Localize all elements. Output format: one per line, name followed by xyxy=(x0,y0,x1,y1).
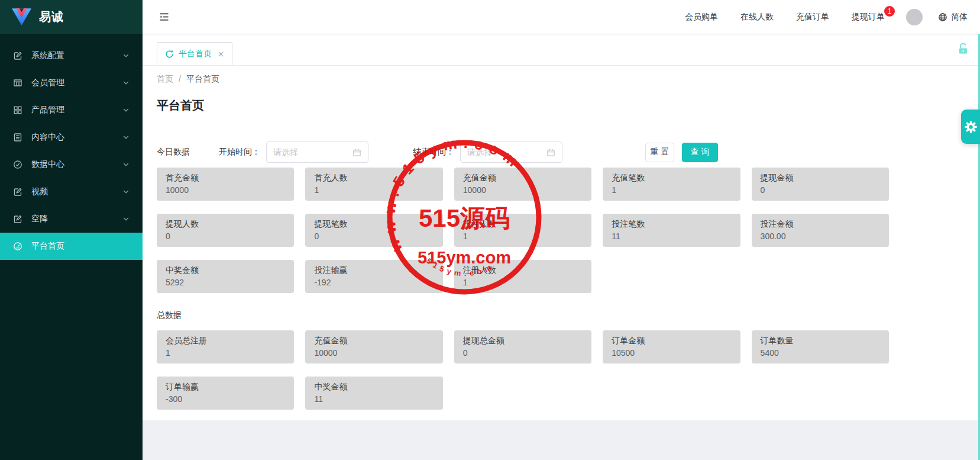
stat-value: 1 xyxy=(463,276,583,289)
refresh-icon[interactable] xyxy=(165,50,174,59)
stat-card: 订单金额10500 xyxy=(603,330,740,364)
stat-card: 提现人数0 xyxy=(157,214,294,247)
stat-label: 中奖金额 xyxy=(314,381,434,393)
topbar-link-recharge-orders[interactable]: 充值订单 xyxy=(796,12,829,22)
topbar-link-withdraw-orders[interactable]: 提现订单1 xyxy=(852,12,885,22)
stat-card: 投注人数1 xyxy=(454,214,591,247)
tabs-bar: 平台首页 xyxy=(143,34,980,66)
total-data-label: 总数据 xyxy=(157,310,966,321)
stat-label: 充值笔数 xyxy=(612,172,731,184)
topbar-link-member-orders[interactable]: 会员购单 xyxy=(685,12,718,22)
chevron-down-icon xyxy=(122,188,130,195)
language-label: 简体 xyxy=(951,12,968,22)
stat-card: 订单输赢-300 xyxy=(157,377,294,410)
chevron-down-icon xyxy=(122,134,130,141)
stat-value: 5400 xyxy=(761,347,880,359)
sidebar-item-label: 平台首页 xyxy=(31,241,130,252)
stat-card: 充值金额10000 xyxy=(454,168,591,201)
edit-square-icon xyxy=(13,214,23,224)
stat-label: 首充人数 xyxy=(314,172,434,184)
stat-card: 注册人数1 xyxy=(454,260,591,293)
sidebar-item-video[interactable]: 视频 xyxy=(0,178,143,205)
stat-card: 订单数量5400 xyxy=(752,330,889,364)
stat-label: 注册人数 xyxy=(463,264,583,276)
sidebar-item-product-management[interactable]: 产品管理 xyxy=(0,96,143,124)
tab-label: 平台首页 xyxy=(179,49,212,59)
sidebar-item-label: 系统配置 xyxy=(31,50,122,61)
total-stats-grid: 会员总注册1充值金额10000提现总金额0订单金额10500订单数量5400订单… xyxy=(157,330,889,410)
start-date-picker[interactable] xyxy=(266,141,368,163)
end-date-picker[interactable] xyxy=(460,141,562,163)
lock-open-icon[interactable] xyxy=(957,43,969,55)
tab-platform-home[interactable]: 平台首页 xyxy=(157,42,232,65)
gear-icon xyxy=(963,120,978,134)
sidebar-item-system-config[interactable]: 系统配置 xyxy=(0,42,143,69)
stat-value: 10000 xyxy=(166,184,285,197)
stat-value: 1 xyxy=(612,184,731,197)
stat-value: 5292 xyxy=(166,276,285,289)
stat-label: 投注笔数 xyxy=(612,218,731,230)
sidebar-item-content-center[interactable]: 内容中心 xyxy=(0,124,143,151)
query-button[interactable]: 查 询 xyxy=(682,143,718,162)
close-icon[interactable] xyxy=(218,51,224,57)
today-stats-grid: 首充金额10000首充人数1充值金额10000充值笔数1提现金额0提现人数0提现… xyxy=(157,168,889,293)
stat-value: 0 xyxy=(761,184,880,197)
stat-label: 中奖金额 xyxy=(166,264,285,276)
stat-label: 提现笔数 xyxy=(314,218,434,230)
grid-icon xyxy=(13,105,23,115)
content-panel: 首页/平台首页 平台首页 今日数据 开始时间： 结束时间： 重 置 查 询 首充… xyxy=(143,66,980,420)
breadcrumb-current: 平台首页 xyxy=(186,74,219,83)
topbar: 会员购单在线人数充值订单提现订单1 简体 xyxy=(143,0,980,34)
language-switcher[interactable]: 简体 xyxy=(938,12,968,22)
stat-label: 提现人数 xyxy=(166,218,285,230)
topbar-link-label: 充值订单 xyxy=(796,12,829,21)
chevron-down-icon xyxy=(122,161,130,168)
stat-value: -192 xyxy=(314,276,434,289)
breadcrumb-separator: / xyxy=(179,74,181,83)
stat-value: 1 xyxy=(314,184,434,197)
sidebar: 易诚 系统配置会员管理产品管理内容中心数据中心视频空降平台首页 xyxy=(0,0,143,460)
topbar-link-label: 会员购单 xyxy=(685,12,718,21)
reset-button[interactable]: 重 置 xyxy=(645,143,674,162)
stat-label: 充值金额 xyxy=(314,334,434,347)
sidebar-item-label: 空降 xyxy=(31,214,122,224)
sidebar-item-platform-home[interactable]: 平台首页 xyxy=(0,233,143,260)
stat-label: 会员总注册 xyxy=(166,334,285,347)
stat-card: 会员总注册1 xyxy=(157,330,294,364)
stat-label: 订单金额 xyxy=(612,334,731,347)
sidebar-item-member-management[interactable]: 会员管理 xyxy=(0,69,143,96)
topbar-link-online-users[interactable]: 在线人数 xyxy=(740,12,774,22)
sidebar-item-data-center[interactable]: 数据中心 xyxy=(0,151,143,178)
today-data-label: 今日数据 xyxy=(157,147,190,157)
stat-card: 投注笔数11 xyxy=(603,214,740,247)
settings-fab[interactable] xyxy=(961,110,980,144)
stat-card: 充值金额10000 xyxy=(305,330,442,364)
app-root: 易诚 系统配置会员管理产品管理内容中心数据中心视频空降平台首页 会员购单在线人数… xyxy=(0,0,980,460)
menu-fold-icon[interactable] xyxy=(159,11,170,22)
stat-value: 10000 xyxy=(314,347,434,359)
start-date-input[interactable] xyxy=(273,147,348,157)
stat-value: 0 xyxy=(314,230,434,243)
sidebar-item-label: 数据中心 xyxy=(31,159,122,170)
stat-value: -300 xyxy=(166,393,285,406)
dashboard-icon xyxy=(13,242,23,251)
chevron-down-icon xyxy=(122,215,130,223)
chevron-down-icon xyxy=(122,107,130,114)
breadcrumb: 首页/平台首页 xyxy=(157,66,966,85)
stat-value: 1 xyxy=(463,230,583,243)
end-date-input[interactable] xyxy=(467,147,542,157)
topbar-link-label: 在线人数 xyxy=(740,12,774,21)
breadcrumb-home[interactable]: 首页 xyxy=(157,74,173,83)
start-time-label: 开始时间： xyxy=(219,147,260,157)
check-circle-icon xyxy=(13,160,23,169)
stat-value: 0 xyxy=(166,230,285,243)
stat-label: 充值金额 xyxy=(463,172,583,184)
stat-value: 0 xyxy=(463,347,583,359)
stat-card: 投注金额300.00 xyxy=(752,214,889,247)
brand-logo-icon xyxy=(12,8,31,25)
calendar-icon xyxy=(352,148,361,157)
sidebar-item-airdrop[interactable]: 空降 xyxy=(0,205,143,233)
avatar[interactable] xyxy=(906,9,923,25)
stat-card: 中奖金额11 xyxy=(305,377,442,410)
stat-label: 提现金额 xyxy=(761,172,880,184)
